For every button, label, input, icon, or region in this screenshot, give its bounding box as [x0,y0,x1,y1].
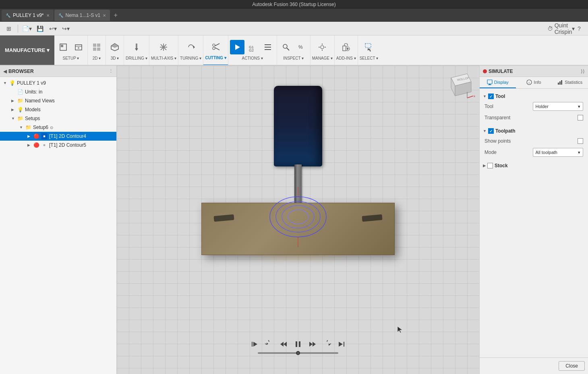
ribbon-icon-actions2[interactable]: G1G2 [245,40,260,54]
help-button[interactable]: ? [574,23,585,34]
save-button[interactable]: 💾 [34,23,46,34]
stock-section-header[interactable]: ▶ Stock [483,161,585,170]
ribbon-label-addins[interactable]: ADD-INS ▾ [336,56,356,60]
ribbon-label-2d[interactable]: 2D ▾ [93,56,101,60]
tab-nema-close[interactable]: ✕ [103,13,106,18]
ribbon-icon-drilling[interactable] [129,40,144,54]
browser-collapse-arrow[interactable]: ◀ [3,69,7,74]
tool-section-checkbox[interactable]: ✓ [488,94,494,99]
ribbon-label-inspect[interactable]: INSPECT ▾ [283,56,304,60]
ribbon-label-select[interactable]: SELECT ▾ [360,56,379,60]
turning-label-text: TURNING ▾ [180,56,201,60]
ribbon-icon-2d[interactable] [89,40,104,54]
undo-button[interactable]: ↩▾ [47,23,58,34]
ribbon-label-turning[interactable]: TURNING ▾ [180,56,201,60]
tree-item-root[interactable]: ▼ 💡 PULLEY 1 v9 [0,79,116,87]
tree-item-contour4[interactable]: ▶ 🔴 ■ [T1] 2D Contour4 [0,132,116,141]
svg-line-15 [215,44,219,46]
close-button[interactable]: Close [559,361,585,371]
showpoints-checkbox[interactable] [578,138,583,144]
svg-point-23 [283,44,287,48]
tab-pulley-close[interactable]: ✕ [46,13,50,18]
svg-point-2 [78,47,79,49]
ribbon-label-manage[interactable]: MANAGE ▾ [312,56,333,60]
stock-section-checkbox[interactable] [487,163,493,168]
rewind-button[interactable] [278,339,289,350]
showpoints-label: Show points [484,138,574,144]
mode-dropdown[interactable]: All toolpath ▾ [533,148,584,157]
ribbon-section-turning: TURNING ▾ [178,35,203,65]
tree-item-contour5[interactable]: ▶ 🔴 ■ [T1] 2D Contour5 [0,141,116,150]
tree-item-models[interactable]: ▶ 💡 Models [0,105,116,114]
ribbon-icon-setup1[interactable] [56,40,70,54]
user-button[interactable]: Quint Crispin ▾ [559,23,570,34]
play-pause-button[interactable] [292,339,304,350]
tree-item-namedviews[interactable]: ▶ 📁 Named Views [0,96,116,105]
browser-tree: ▼ 💡 PULLEY 1 v9 📄 Units: in ▶ 📁 Named Vi… [0,77,116,374]
svg-text:x: x [474,94,475,98]
tab-pulley[interactable]: 🔧 PULLEY 1 v9* ✕ [2,10,54,21]
apps-button[interactable]: ⊞ [3,23,14,34]
toolpath-section-checkbox[interactable]: ✓ [488,128,494,134]
setup-icons [56,40,86,54]
toolpath-section-label: Toolpath [495,128,516,134]
next-loop-button[interactable] [321,339,333,350]
tab-nema[interactable]: 🔧 Nema 1...1-S v1 ✕ [54,10,110,21]
svg-marker-17 [235,44,240,50]
ribbon-label-actions[interactable]: ACTIONS ▾ [242,56,263,60]
ribbon-icon-actions3[interactable] [261,40,275,54]
ribbon-icon-manage[interactable] [315,40,329,54]
ribbon-label-3d[interactable]: 3D ▾ [111,56,119,60]
skip-end-button[interactable] [336,339,347,350]
tree-arrow-root[interactable]: ▼ [3,81,9,85]
toolpath-section-header[interactable]: ▼ ✓ Toolpath [483,127,585,135]
transparent-checkbox[interactable] [578,115,583,121]
view-cube[interactable]: WOLLOP x [443,70,475,102]
tree-item-setup6[interactable]: ▼ 📁 Setup6 ⊙ [0,123,116,132]
lightbulb-icon: 💡 [9,80,15,86]
sim-tab-statistics[interactable]: Statistics [552,77,588,88]
tree-arrow-namedviews[interactable]: ▶ [11,99,17,103]
tree-arrow-setup6[interactable]: ▼ [19,125,25,129]
nav-slider[interactable] [258,352,338,354]
ribbon-label-multiaxis[interactable]: MULTI-AXIS ▾ [151,56,176,60]
sim-tab-info[interactable]: i Info [516,77,552,88]
info-icon: i [526,79,532,85]
ribbon-icon-select[interactable] [362,40,376,54]
tool-section-header[interactable]: ▼ ✓ Tool [483,92,585,101]
tree-item-setups[interactable]: ▼ 📁 Setups [0,114,116,123]
prev-loop-button[interactable] [263,339,275,350]
tab-add-button[interactable]: + [111,10,120,20]
nav-slider-thumb[interactable] [296,351,300,355]
actions-icons: G1G2 [230,40,275,54]
ribbon-icon-inspect2[interactable]: % [294,40,308,54]
ribbon-label-cutting[interactable]: CUTTING ▾ [205,56,226,60]
ribbon-label-setup[interactable]: SETUP ▾ [63,56,79,60]
viewport[interactable]: WOLLOP x [117,66,479,374]
fast-forward-button[interactable] [307,339,318,350]
tree-label-setup6: Setup6 [33,125,48,130]
tree-arrow-setups[interactable]: ▼ [11,116,17,121]
ribbon-icon-actions1[interactable] [230,40,244,54]
ribbon-icon-inspect1[interactable] [279,40,293,54]
manufacture-button[interactable]: MANUFACTURE ▾ [0,35,54,65]
redo-button[interactable]: ↪▾ [60,23,71,34]
ribbon-icon-setup2[interactable] [71,40,86,54]
tree-item-units[interactable]: 📄 Units: in [0,87,116,96]
tree-arrow-models[interactable]: ▶ [11,108,17,112]
ribbon-icon-3d[interactable] [108,40,122,54]
tree-arrow-contour4[interactable]: ▶ [27,134,33,138]
simulate-expand-icon[interactable]: ⟩⟩ [581,69,585,74]
ribbon-icon-turning[interactable] [184,40,198,54]
tool-dropdown[interactable]: Holder ▾ [533,102,584,111]
ribbon-icon-multiaxis[interactable] [156,40,171,54]
browser-options-icon[interactable]: ⋮ [109,69,113,74]
ribbon-label-drilling[interactable]: DRILLING ▾ [126,56,147,60]
tree-arrow-contour5[interactable]: ▶ [27,143,33,147]
sim-tab-display[interactable]: Display [480,77,516,88]
skip-start-button[interactable] [249,339,260,350]
new-button[interactable]: 📄▾ [21,23,33,34]
ribbon-icon-cutting[interactable] [209,39,223,54]
ribbon-icon-addins[interactable] [339,40,353,54]
user-label: Quint Crispin [555,22,572,35]
